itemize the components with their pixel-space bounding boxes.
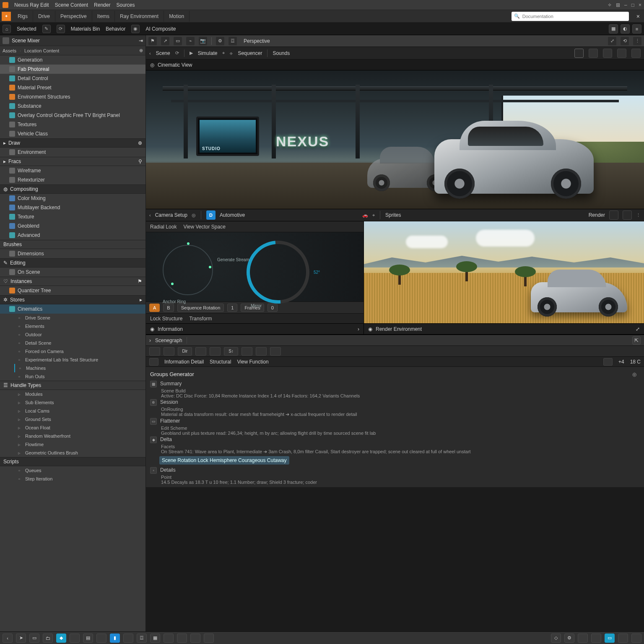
sidebar-item[interactable]: Geoblend — [0, 221, 145, 231]
ch-sq-icon[interactable] — [603, 358, 613, 366]
tree-leaf[interactable]: ▹Geometric Outlines Brush — [0, 449, 145, 457]
sb-stack-icon[interactable]: ☲ — [137, 634, 147, 643]
tab-drive[interactable]: Drive — [33, 11, 55, 22]
dial-canvas[interactable]: Generate Stream Anchor Ring Mirror 52° — [146, 232, 364, 301]
search-input[interactable]: 🔍 Documentation — [512, 12, 629, 21]
sub-cube-icon[interactable] — [574, 49, 584, 58]
menu-sources[interactable]: Sources — [116, 2, 135, 8]
mid-camera-setup[interactable]: Camera Setup — [155, 212, 187, 218]
tabstrip-close-icon[interactable]: × — [632, 13, 644, 20]
sidebar-item[interactable]: Multilayer Backend — [0, 203, 145, 212]
sub-cam-icon[interactable]: ⌖ — [222, 50, 225, 56]
sidebar-item[interactable]: Material Preset — [0, 83, 145, 92]
sb-monitor-icon[interactable]: ▭ — [605, 634, 615, 643]
sub-sounds[interactable]: Sounds — [273, 50, 290, 56]
mid-edit-icon[interactable] — [609, 210, 618, 220]
main-viewport[interactable]: STUDIO NEXUS — [146, 70, 644, 209]
sidebar-item[interactable]: On Scene — [0, 267, 145, 277]
section-brushes[interactable]: Brushes — [0, 240, 145, 249]
menu-scene-content[interactable]: Scene Content — [55, 2, 88, 8]
sidebar-collapse-icon[interactable]: ⇥ — [139, 38, 143, 44]
ct-sort[interactable]: S↕ — [224, 347, 238, 356]
ct-2[interactable] — [164, 347, 174, 356]
glyph-small-icon[interactable]: ⌖ — [372, 213, 375, 218]
search-icon[interactable]: ⚲ — [138, 158, 142, 164]
tree-leaf[interactable]: ▫Forced on Camera — [0, 347, 145, 356]
tree-leaf[interactable]: ▫Machines — [14, 364, 145, 372]
ribbon-grid-icon[interactable]: ▦ — [609, 24, 618, 34]
flag-icon[interactable]: ⚑ — [138, 278, 142, 284]
eye-icon[interactable]: ◉ — [368, 326, 372, 332]
section-compositing[interactable]: ◍Compositing — [0, 184, 145, 194]
savanna-viewport[interactable] — [364, 221, 644, 323]
console-chevron-icon[interactable]: › — [149, 338, 151, 343]
chip-f[interactable]: 0 — [267, 304, 278, 312]
sub-refresh-icon[interactable]: ⟳ — [175, 50, 179, 56]
sidebar-item[interactable]: Environment Structures — [0, 92, 145, 101]
ribbon-ai-composite[interactable]: AI Composite — [145, 26, 176, 32]
chip-c[interactable]: Sequence Rotation — [177, 304, 224, 312]
section-draw[interactable]: ▸Draw⊕ — [0, 138, 145, 148]
console-pop-icon[interactable]: ⇱ — [632, 336, 641, 345]
menu-app-name[interactable]: Nexus Ray Edit — [14, 2, 49, 8]
window-close-icon[interactable]: × — [639, 2, 641, 8]
sub-back-icon[interactable]: ‹ — [149, 51, 151, 56]
console-body[interactable]: Groups Generator ◎ ▦Summary Scene Build … — [146, 367, 644, 487]
ct-7[interactable] — [242, 347, 252, 356]
tool-screen-icon[interactable]: ▭ — [174, 37, 182, 45]
tool-more-icon[interactable]: ⋮ — [633, 37, 641, 45]
chevron-icon[interactable]: ▸ — [140, 297, 142, 303]
dial-tab2-b[interactable]: Transform — [189, 316, 212, 322]
ribbon-save-icon[interactable]: ✎ — [42, 25, 51, 33]
env-icon[interactable]: ⊞ — [616, 2, 620, 8]
menu-render[interactable]: Render — [94, 2, 110, 8]
tree-leaf[interactable]: ▹Sub Elements — [0, 398, 145, 407]
sb-icon[interactable] — [204, 634, 214, 643]
dial-tab-b[interactable]: View Vector Space — [183, 224, 226, 230]
tool-sync-icon[interactable]: ⟲ — [621, 37, 629, 45]
console-tab-scenegraph[interactable]: Scenegraph — [155, 338, 182, 343]
tool-arrow-icon[interactable]: ➚ — [161, 37, 169, 45]
dial-tab2-a[interactable]: Lock Structure — [150, 316, 182, 322]
ribbon-help-icon[interactable]: ◐ — [621, 24, 630, 34]
sidebar-item[interactable]: Wireframe — [0, 166, 145, 175]
section-instances[interactable]: ♡Instances⚑ — [0, 277, 145, 286]
tab-items[interactable]: Items — [92, 11, 115, 22]
sub-scene[interactable]: Scene — [156, 50, 170, 56]
sidebar-item[interactable]: Vehicle Class — [0, 129, 145, 138]
sidebar-item[interactable]: Overlay Control Graphic Free TV Bright P… — [0, 111, 145, 120]
tree-leaf[interactable]: ▫Queues — [0, 466, 145, 475]
sub-play-icon[interactable]: ▶ — [190, 50, 193, 56]
pin-icon[interactable]: ⊕ — [138, 140, 142, 146]
section-stores[interactable]: ✲Stores▸ — [0, 295, 145, 304]
ct-8[interactable] — [256, 347, 267, 356]
group-fab[interactable]: Fab Photoreal — [0, 65, 145, 74]
ch-box-icon[interactable] — [149, 358, 158, 366]
app-square-logo-icon[interactable]: ✦ — [2, 12, 11, 21]
sb-gear-icon[interactable]: ⚙ — [564, 634, 574, 643]
ch-view[interactable]: View Function — [237, 359, 268, 365]
sub-link-icon[interactable]: ⎆ — [230, 51, 233, 56]
sub-location[interactable]: Location Content — [24, 48, 59, 53]
tool-flag-icon[interactable]: ⚑ — [148, 37, 157, 45]
tree-leaf[interactable]: ▹Modules — [0, 390, 145, 398]
sb-ptr-icon[interactable]: ➤ — [16, 634, 26, 643]
sb-icon[interactable] — [164, 634, 174, 643]
sub-monitor-icon[interactable] — [589, 49, 598, 58]
target-icon[interactable]: ◎ — [192, 213, 196, 218]
tab-motion[interactable]: Motion — [164, 11, 190, 22]
chevron-icon[interactable]: › — [358, 326, 359, 332]
tool-gear-icon[interactable]: ⚙ — [216, 37, 224, 45]
log-highlight[interactable]: Scene Rotation Lock Hemisphere Courageou… — [159, 456, 289, 465]
ct-9[interactable] — [270, 347, 281, 356]
tool-magnet-icon[interactable]: ⌁ — [186, 37, 195, 45]
tree-leaf[interactable]: ▫Elements — [0, 322, 145, 330]
sb-cube-icon[interactable]: ◇ — [551, 634, 561, 643]
sidebar-item[interactable]: Dimensions — [0, 249, 145, 258]
ribbon-behavior[interactable]: Behavior — [106, 26, 125, 32]
sb-icon[interactable] — [578, 634, 588, 643]
sb-folder-icon[interactable]: 🗀 — [43, 634, 53, 643]
chip-b[interactable]: B — [163, 304, 174, 312]
ribbon-refresh-icon[interactable]: ⟳ — [57, 25, 65, 33]
sidebar-item[interactable]: Color Mixing — [0, 194, 145, 203]
